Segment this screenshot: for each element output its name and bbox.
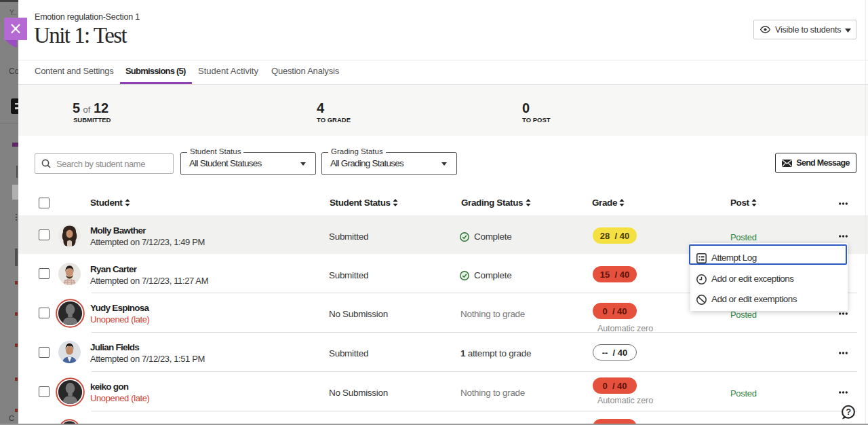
svg-text:?: ? [846,407,851,417]
